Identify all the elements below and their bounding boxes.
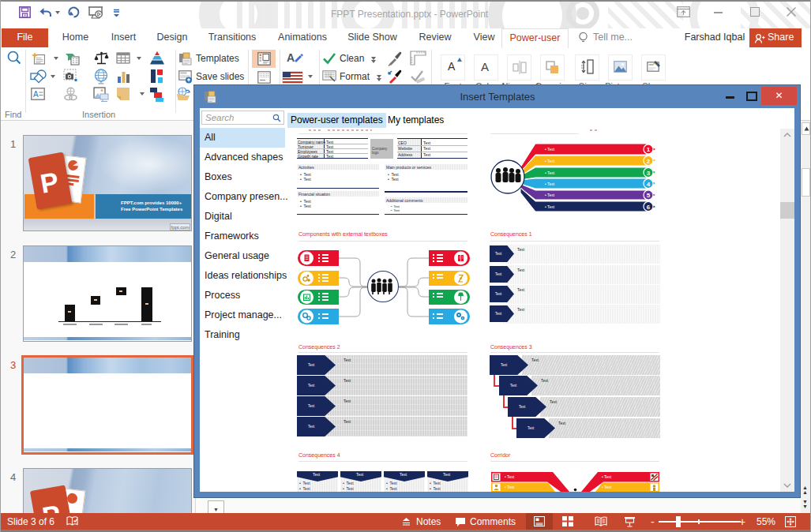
svg-text:• Text: • Text	[602, 474, 612, 479]
svg-text:• Text: • Text	[545, 204, 555, 209]
svg-text:2: 2	[647, 158, 651, 165]
svg-text:3: 3	[647, 170, 651, 177]
svg-text:6: 6	[647, 204, 651, 211]
svg-text:5: 5	[647, 192, 651, 199]
svg-text:• Text: • Text	[505, 474, 515, 479]
svg-text:• Text: • Text	[545, 159, 555, 163]
svg-text:• Text: • Text	[602, 485, 612, 489]
svg-text:• Text: • Text	[545, 147, 555, 152]
svg-text:• Text: • Text	[545, 170, 555, 175]
svg-text:• Text: • Text	[505, 485, 515, 489]
svg-text:A: A	[33, 90, 39, 99]
svg-text:• Text: • Text	[545, 193, 555, 197]
svg-text:4: 4	[647, 181, 651, 188]
svg-text:1: 1	[647, 146, 651, 153]
svg-text:• Text: • Text	[545, 182, 555, 186]
